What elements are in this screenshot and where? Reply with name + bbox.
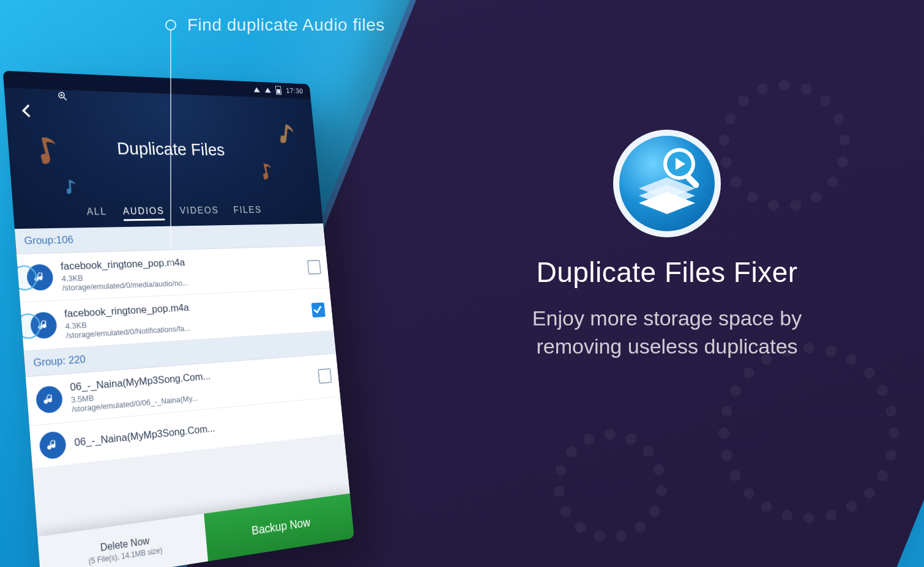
callout-line — [170, 29, 171, 271]
signal-icon — [264, 87, 271, 92]
marketing-sub-line2: removing useless duplicates — [536, 335, 797, 358]
marketing-sub-line1: Enjoy more storage space by — [532, 306, 802, 330]
results-list[interactable]: Group:106 facebook_ringtone_pop.m4a 4.3K… — [15, 223, 350, 536]
checkbox[interactable] — [311, 302, 326, 317]
gear-icon — [718, 343, 900, 524]
app-header-title: Duplicate Files — [8, 136, 317, 160]
header-tabs: ALL AUDIOS VIDEOS FILES — [13, 204, 322, 223]
marketing-block: Duplicate Files Fixer Enjoy more storage… — [453, 128, 881, 361]
phone-frame: 17:30 Duplicate Files ALL AUDIOS VIDEO — [3, 71, 354, 567]
backup-now-label: Backup Now — [251, 515, 311, 537]
file-info: facebook_ringtone_pop.m4a 4.3KB /storage… — [64, 296, 306, 340]
tab-files[interactable]: FILES — [233, 205, 263, 220]
audio-icon — [39, 431, 67, 460]
audio-icon — [35, 385, 64, 414]
music-note-icon — [66, 179, 78, 195]
svg-line-1 — [64, 97, 67, 100]
file-info: facebook_ringtone_pop.m4a 4.3KB /storage… — [60, 253, 302, 292]
arrow-left-icon — [19, 103, 36, 119]
stage: Find duplicate Audio files — [0, 0, 924, 567]
marketing-title: Duplicate Files Fixer — [536, 256, 797, 289]
callout: Find duplicate Audio files — [165, 15, 385, 35]
tab-all[interactable]: ALL — [86, 206, 108, 221]
status-time: 17:30 — [286, 87, 304, 95]
callout-dot-icon — [165, 20, 176, 31]
back-button[interactable] — [13, 98, 41, 127]
phone-wrap: 17:30 Duplicate Files ALL AUDIOS VIDEO — [24, 67, 367, 567]
app-logo — [612, 128, 722, 239]
checkbox[interactable] — [307, 260, 321, 275]
music-note-icon — [261, 163, 275, 181]
signal-icon — [253, 87, 260, 92]
gear-icon — [553, 429, 667, 543]
battery-icon — [275, 86, 281, 95]
tab-audios[interactable]: AUDIOS — [122, 206, 165, 221]
callout-label: Find duplicate Audio files — [187, 15, 385, 35]
app-header: Duplicate Files ALL AUDIOS VIDEOS FILES — [4, 87, 323, 229]
checkbox[interactable] — [318, 368, 332, 384]
magnifier-cursor-icon — [57, 91, 68, 102]
tab-videos[interactable]: VIDEOS — [179, 206, 220, 220]
